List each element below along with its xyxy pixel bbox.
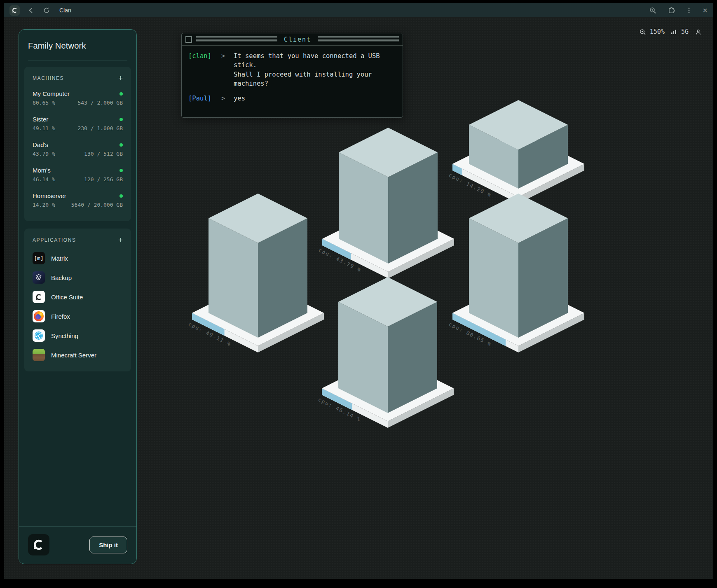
machines-card: MACHINES + My Computer 80.65 % 543 / 2.0… [24,67,131,221]
machine-node-sister[interactable]: cpu: 49.11 % [187,194,324,352]
matrix-icon: [m] [33,252,45,264]
office-suite-icon [33,291,45,303]
terminal-prompt: > [221,94,229,103]
online-status-dot [120,194,123,198]
application-list: [m]MatrixBackupOffice SuiteFirefoxSyncth… [33,252,123,361]
zoom-level-value: 150% [650,28,665,35]
terminal-close-box[interactable] [185,36,192,43]
machine-node-dad-s[interactable]: cpu: 43.79 % [318,128,454,278]
online-status-dot [120,92,123,96]
status-cluster: 150% 5G [639,28,702,35]
terminal-title: Client [281,36,314,43]
online-status-dot [120,169,123,172]
zoom-level-icon [639,28,646,35]
online-status-dot [120,118,123,121]
close-icon[interactable]: × [703,6,708,14]
add-machine-button[interactable]: + [118,74,123,82]
machine-name: Dad's [33,141,48,148]
machine-cpu: 43.79 % [33,151,55,157]
firefox-icon [33,310,45,322]
application-row[interactable]: Syncthing [33,329,123,342]
signal-bars-icon [671,29,677,35]
machine-cpu: 46.14 % [33,176,55,182]
extensions-icon[interactable] [666,6,675,15]
add-application-button[interactable]: + [118,236,123,244]
sidebar-footer: Ship it [19,526,136,564]
machine-list: My Computer 80.65 % 543 / 2.000 GB Siste… [33,90,123,208]
application-label: Minecraft Server [51,352,96,359]
machine-storage: 120 / 256 GB [84,176,123,182]
terminal-speaker: [Paul] [188,94,216,103]
ship-it-button[interactable]: Ship it [89,537,127,553]
terminal-message: [clan] > It seems that you have connecte… [188,51,396,89]
page-title: Clan [59,7,642,14]
titlebar-stripes-right [318,36,399,43]
terminal-message-line: It seems that you have connected a USB s… [234,51,396,70]
terminal-message: [Paul] > yes [188,94,396,103]
applications-card: APPLICATIONS + [m]MatrixBackupOffice Sui… [24,229,131,371]
machine-name: My Computer [33,90,70,97]
machine-storage: 130 / 512 GB [84,151,123,157]
titlebar-stripes-left [196,36,277,43]
network-title: Family Network [28,41,127,51]
syncthing-icon [33,329,45,342]
machine-storage: 5640 / 20.000 GB [71,202,123,208]
machines-heading: MACHINES [33,75,64,81]
machine-cpu: 14.20 % [33,202,55,208]
application-row[interactable]: Firefox [33,310,123,322]
terminal-speaker: [clan] [188,51,216,89]
machine-node-mom-s[interactable]: cpu: 46.14 % [317,277,454,428]
applications-heading: APPLICATIONS [33,237,76,243]
terminal-titlebar[interactable]: Client [182,33,403,46]
terminal-message-line: Shall I proceed with installing your mac… [234,70,396,89]
minecraft-icon [33,349,45,361]
machine-row[interactable]: Mom's 46.14 % 120 / 256 GB [33,167,123,182]
application-label: Matrix [51,255,68,262]
machine-row[interactable]: Dad's 43.79 % 130 / 512 GB [33,141,123,157]
machine-name: Mom's [33,167,51,174]
browser-chrome-bar: Clan × [4,3,713,17]
machine-row[interactable]: Sister 49.11 % 230 / 1.000 GB [33,116,123,131]
terminal-prompt: > [221,51,229,89]
application-label: Syncthing [51,332,78,339]
online-status-dot [120,143,123,147]
machine-storage: 543 / 2.000 GB [77,100,123,106]
machine-cpu: 49.11 % [33,125,55,131]
network-type: 5G [681,28,689,35]
backup-icon [33,271,45,284]
sidebar: Family Network MACHINES + My Computer 80… [19,29,137,564]
back-icon[interactable] [26,6,35,15]
reload-icon[interactable] [42,6,51,15]
machine-storage: 230 / 1.000 GB [77,125,123,131]
terminal-body: [clan] > It seems that you have connecte… [182,46,403,109]
zoom-page-icon[interactable] [648,6,657,15]
application-row[interactable]: Office Suite [33,291,123,303]
machine-cpu: 80.65 % [33,100,55,106]
application-label: Firefox [51,313,70,320]
machine-name: Homeserver [33,192,66,199]
clan-app-icon [9,5,20,16]
application-label: Backup [51,274,72,281]
application-row[interactable]: [m]Matrix [33,252,123,264]
machine-row[interactable]: My Computer 80.65 % 543 / 2.000 GB [33,90,123,106]
app-surface: cpu: 14.20 %cpu: 43.79 %cpu: 49.11 %cpu:… [4,17,713,579]
menu-kebab-icon[interactable] [684,6,694,15]
terminal-message-line: yes [234,94,396,103]
client-terminal-window: Client [clan] > It seems that you have c… [181,33,403,118]
machine-node-my-computer[interactable]: cpu: 80.65 % [448,194,584,352]
machine-node-homeserver[interactable]: cpu: 14.20 % [448,100,584,203]
application-row[interactable]: Minecraft Server [33,349,123,361]
machine-name: Sister [33,116,48,123]
application-label: Office Suite [51,294,83,301]
clan-logo [28,534,49,555]
user-icon[interactable] [695,28,702,35]
application-row[interactable]: Backup [33,271,123,284]
machine-row[interactable]: Homeserver 14.20 % 5640 / 20.000 GB [33,192,123,208]
